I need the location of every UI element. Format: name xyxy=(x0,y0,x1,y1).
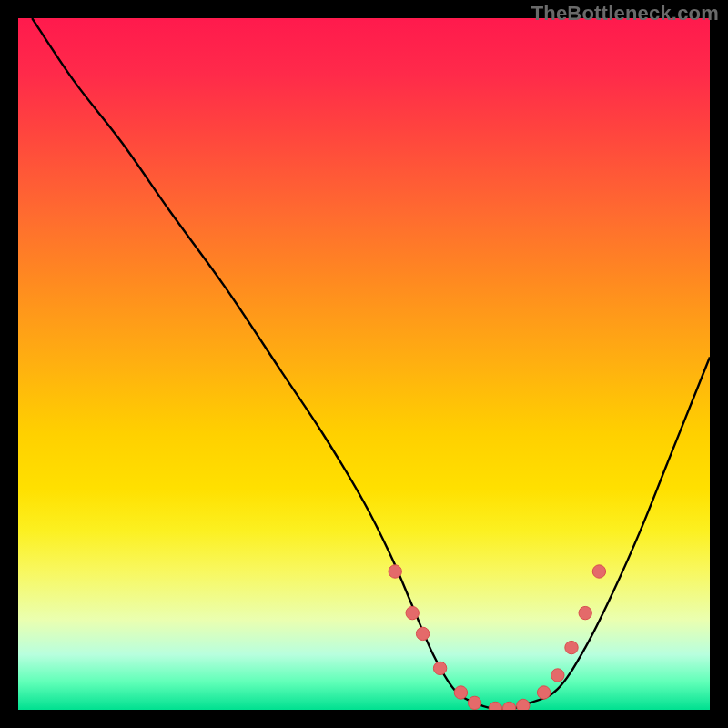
marker-dot xyxy=(433,662,446,674)
marker-dot xyxy=(468,696,480,709)
marker-dot xyxy=(502,702,515,710)
curve-line xyxy=(32,18,710,710)
marker-dot xyxy=(565,641,578,653)
markers-group xyxy=(389,565,606,710)
marker-dot xyxy=(406,606,419,619)
chart-frame: TheBottleneck.com xyxy=(0,0,728,728)
marker-dot xyxy=(389,565,401,578)
marker-dot xyxy=(416,627,429,640)
watermark-text: TheBottleneck.com xyxy=(531,2,719,25)
marker-dot xyxy=(537,686,550,699)
marker-dot xyxy=(489,702,501,710)
marker-dot xyxy=(517,699,530,710)
marker-dot xyxy=(551,669,564,682)
chart-svg xyxy=(18,18,710,710)
marker-dot xyxy=(579,606,592,619)
marker-dot xyxy=(454,686,467,699)
marker-dot xyxy=(592,565,605,578)
plot-area xyxy=(18,18,710,710)
